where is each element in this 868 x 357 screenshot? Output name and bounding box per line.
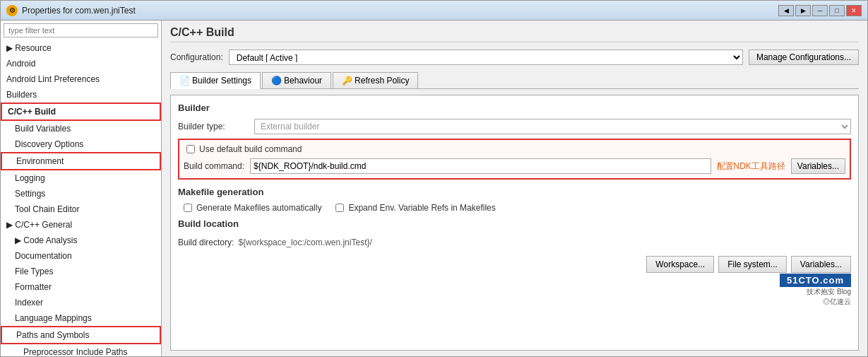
tree-item-android[interactable]: Android (1, 56, 161, 71)
tree-item-documentation[interactable]: Documentation (1, 248, 161, 264)
config-label: Configuration: (170, 52, 223, 62)
build-cmd-label: Build command: (184, 161, 244, 171)
annotation-text: 配置NDK工具路径 (717, 160, 785, 172)
variables-button-2[interactable]: Variables... (791, 256, 851, 273)
build-dir-value: ${workspace_loc:/com.wen.jniTest}/ (238, 238, 371, 247)
tree-item-language-mappings[interactable]: Language Mappings (1, 310, 161, 326)
build-dir-label: Build directory: (178, 238, 234, 247)
builder-type-select[interactable]: External builder (254, 119, 851, 134)
location-title: Build location (178, 218, 851, 229)
window-title: Properties for com.wen.jniTest (22, 6, 136, 16)
page-icon: 📄 (179, 76, 189, 86)
bottom-buttons: Workspace... File system... Variables... (178, 256, 851, 273)
location-section: Build location Build directory: ${worksp… (178, 218, 851, 250)
expand-refs-checkbox[interactable] (335, 204, 344, 212)
close-button[interactable]: ✕ (846, 5, 862, 16)
tree-item-formatter[interactable]: Formatter (1, 279, 161, 295)
tree-item-cpp-build[interactable]: C/C++ Build (1, 103, 161, 121)
main-content: Builder Builder type: External builder U… (170, 95, 859, 351)
panel-title: C/C++ Build (170, 26, 859, 42)
left-panel: ▶ Resource Android Android Lint Preferen… (1, 21, 162, 356)
auto-generate-label: Generate Makefiles automatically (196, 203, 321, 213)
forward-button[interactable]: ▶ (795, 5, 811, 16)
tree-item-logging[interactable]: Logging (1, 170, 161, 186)
window-controls: ◀ ▶ ─ □ ✕ (778, 5, 862, 16)
main-window: ⚙ Properties for com.wen.jniTest ◀ ▶ ─ □… (0, 0, 868, 357)
maximize-button[interactable]: □ (829, 5, 845, 16)
variables-button[interactable]: Variables... (791, 158, 845, 174)
tab-behaviour[interactable]: 🔵 Behaviour (262, 72, 331, 88)
tab-builder-settings-label: Builder Settings (192, 76, 251, 86)
build-cmd-row: Build command: 配置NDK工具路径 Variables... (184, 158, 845, 174)
auto-generate-row: Generate Makefiles automatically (181, 203, 321, 213)
key-icon: 🔑 (342, 76, 352, 86)
default-build-cmd-label: Use default build command (199, 144, 302, 154)
tree-container: ▶ Resource Android Android Lint Preferen… (1, 40, 161, 356)
expand-refs-label: Expand Env. Variable Refs in Makefiles (348, 203, 495, 213)
workspace-button[interactable]: Workspace... (646, 256, 714, 273)
tabs-bar: 📄 Builder Settings 🔵 Behaviour 🔑 Refresh… (170, 72, 859, 89)
window-icon: ⚙ (6, 5, 18, 16)
tree-item-settings[interactable]: Settings (1, 186, 161, 201)
tree-item-paths-and-symbols[interactable]: Paths and Symbols (1, 326, 161, 344)
tree-item-discovery-options[interactable]: Discovery Options (1, 136, 161, 152)
title-bar: ⚙ Properties for com.wen.jniTest ◀ ▶ ─ □… (1, 1, 867, 21)
right-panel: C/C++ Build Configuration: Default [ Act… (162, 21, 867, 356)
filesystem-button[interactable]: File system... (718, 256, 787, 273)
tree-item-cpp-general[interactable]: ▶ C/C++ General (1, 217, 161, 233)
builder-type-label: Builder type: (178, 122, 249, 131)
circle-icon: 🔵 (271, 76, 281, 86)
tree-item-build-variables[interactable]: Build Variables (1, 121, 161, 136)
makefile-title: Makefile generation (178, 187, 851, 197)
config-row: Configuration: Default [ Active ] Manage… (170, 49, 859, 65)
build-cmd-input[interactable] (250, 158, 711, 174)
tree-item-preprocessor-include[interactable]: Preprocessor Include Paths (1, 344, 161, 356)
manage-configurations-button[interactable]: Manage Configurations... (749, 49, 859, 65)
expand-refs-row: Expand Env. Variable Refs in Makefiles (333, 203, 495, 213)
builder-type-row: Builder type: External builder (178, 119, 851, 134)
content-area: ▶ Resource Android Android Lint Preferen… (1, 21, 867, 356)
tab-builder-settings[interactable]: 📄 Builder Settings (170, 72, 261, 89)
tree-item-builders[interactable]: Builders (1, 87, 161, 103)
tree-item-tool-chain-editor[interactable]: Tool Chain Editor (1, 201, 161, 217)
build-command-section: Use default build command Build command:… (178, 139, 851, 180)
tree-item-code-analysis[interactable]: ▶ Code Analysis (1, 233, 161, 248)
filter-input[interactable] (4, 23, 158, 37)
tab-behaviour-label: Behaviour (284, 76, 322, 86)
tree-item-android-lint[interactable]: Android Lint Preferences (1, 71, 161, 87)
config-select[interactable]: Default [ Active ] (229, 49, 743, 65)
tree-item-indexer[interactable]: Indexer (1, 295, 161, 310)
default-build-cmd-row: Use default build command (184, 144, 845, 154)
build-dir-row: Build directory: ${workspace_loc:/com.we… (178, 235, 851, 250)
default-build-cmd-checkbox[interactable] (186, 145, 195, 153)
builder-section-title: Builder (178, 103, 851, 113)
minimize-button[interactable]: ─ (812, 5, 828, 16)
tree-item-environment[interactable]: Environment (1, 152, 161, 170)
makefile-section: Makefile generation Generate Makefiles a… (178, 187, 851, 213)
watermark-site: 51CTO.com (780, 274, 851, 287)
watermark-sub2: ◎亿速云 (823, 297, 851, 307)
auto-generate-checkbox[interactable] (184, 204, 192, 212)
tree-item-resource[interactable]: ▶ Resource (1, 40, 161, 56)
back-button[interactable]: ◀ (778, 5, 794, 16)
watermark-area: 51CTO.com 技术抱安 Blog ◎亿速云 (780, 274, 851, 307)
title-bar-left: ⚙ Properties for com.wen.jniTest (6, 5, 136, 16)
tab-refresh-policy-label: Refresh Policy (355, 76, 409, 86)
tab-refresh-policy[interactable]: 🔑 Refresh Policy (333, 72, 418, 88)
tree-item-file-types[interactable]: File Types (1, 264, 161, 279)
watermark-sub1: 技术抱安 Blog (807, 287, 851, 297)
